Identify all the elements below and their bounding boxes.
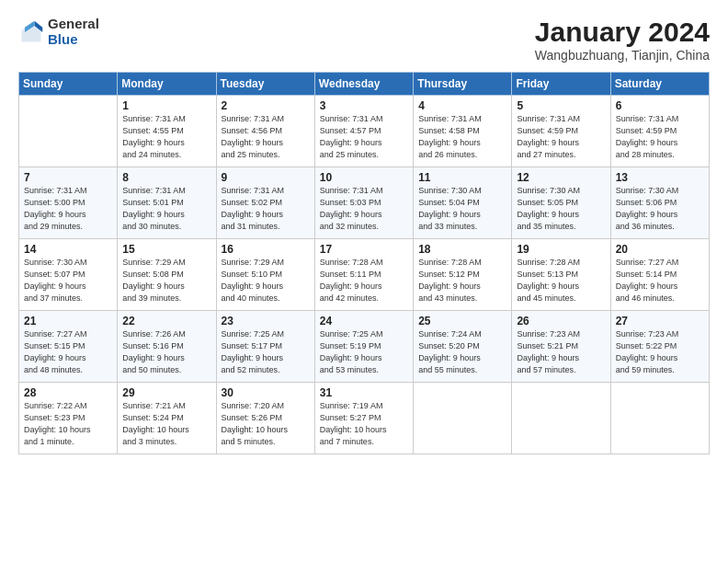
day-number: 24	[320, 315, 408, 327]
day-info: Sunrise: 7:31 AM Sunset: 4:58 PM Dayligh…	[418, 113, 506, 161]
day-info: Sunrise: 7:29 AM Sunset: 5:10 PM Dayligh…	[222, 257, 310, 304]
calendar-table: SundayMondayTuesdayWednesdayThursdayFrid…	[18, 72, 710, 454]
day-cell: 31Sunrise: 7:19 AM Sunset: 5:27 PM Dayli…	[314, 383, 413, 454]
day-cell	[19, 96, 118, 167]
day-cell: 19Sunrise: 7:28 AM Sunset: 5:13 PM Dayli…	[512, 239, 610, 311]
day-info: Sunrise: 7:30 AM Sunset: 5:06 PM Dayligh…	[616, 185, 704, 233]
day-info: Sunrise: 7:31 AM Sunset: 5:02 PM Dayligh…	[222, 185, 310, 233]
day-cell: 16Sunrise: 7:29 AM Sunset: 5:10 PM Dayli…	[216, 239, 314, 311]
day-cell: 15Sunrise: 7:29 AM Sunset: 5:08 PM Dayli…	[118, 239, 216, 311]
header-cell-thursday: Thursday	[414, 73, 512, 96]
day-info: Sunrise: 7:25 AM Sunset: 5:17 PM Dayligh…	[222, 328, 310, 376]
day-cell: 17Sunrise: 7:28 AM Sunset: 5:11 PM Dayli…	[314, 239, 413, 311]
day-info: Sunrise: 7:30 AM Sunset: 5:04 PM Dayligh…	[418, 185, 506, 233]
day-number: 1	[122, 99, 210, 112]
day-info: Sunrise: 7:31 AM Sunset: 5:01 PM Dayligh…	[122, 185, 210, 233]
day-number: 7	[24, 171, 112, 184]
day-cell: 27Sunrise: 7:23 AM Sunset: 5:22 PM Dayli…	[610, 311, 709, 383]
day-number: 28	[24, 386, 112, 399]
day-cell	[414, 383, 512, 454]
title-block: January 2024 Wangbuzhuang, Tianjin, Chin…	[535, 17, 710, 63]
day-info: Sunrise: 7:31 AM Sunset: 4:57 PM Dayligh…	[320, 113, 408, 161]
logo-blue: Blue	[48, 32, 99, 48]
day-info: Sunrise: 7:28 AM Sunset: 5:13 PM Dayligh…	[517, 257, 605, 304]
day-number: 5	[517, 99, 605, 112]
day-cell	[610, 383, 709, 454]
day-cell: 29Sunrise: 7:21 AM Sunset: 5:24 PM Dayli…	[118, 383, 216, 454]
page: General Blue January 2024 Wangbuzhuang, …	[0, 0, 728, 563]
logo-icon	[18, 19, 44, 45]
day-number: 8	[122, 171, 210, 184]
header-cell-monday: Monday	[118, 73, 216, 96]
day-number: 30	[222, 386, 310, 399]
day-info: Sunrise: 7:27 AM Sunset: 5:14 PM Dayligh…	[616, 257, 704, 304]
day-info: Sunrise: 7:31 AM Sunset: 4:59 PM Dayligh…	[616, 113, 704, 161]
day-info: Sunrise: 7:28 AM Sunset: 5:12 PM Dayligh…	[418, 257, 506, 304]
logo-general: General	[48, 17, 99, 32]
day-number: 12	[517, 171, 605, 184]
day-cell: 18Sunrise: 7:28 AM Sunset: 5:12 PM Dayli…	[414, 239, 512, 311]
day-cell: 6Sunrise: 7:31 AM Sunset: 4:59 PM Daylig…	[610, 96, 709, 167]
day-info: Sunrise: 7:28 AM Sunset: 5:11 PM Dayligh…	[320, 257, 408, 304]
day-number: 29	[122, 386, 210, 399]
day-number: 13	[616, 171, 704, 184]
day-number: 27	[616, 315, 704, 327]
week-row-2: 7Sunrise: 7:31 AM Sunset: 5:00 PM Daylig…	[19, 167, 710, 239]
day-cell: 21Sunrise: 7:27 AM Sunset: 5:15 PM Dayli…	[19, 311, 118, 383]
day-cell: 30Sunrise: 7:20 AM Sunset: 5:26 PM Dayli…	[216, 383, 314, 454]
day-number: 22	[122, 315, 210, 327]
day-info: Sunrise: 7:19 AM Sunset: 5:27 PM Dayligh…	[320, 400, 408, 448]
header-cell-sunday: Sunday	[19, 73, 118, 96]
day-cell: 4Sunrise: 7:31 AM Sunset: 4:58 PM Daylig…	[414, 96, 512, 167]
day-number: 16	[222, 243, 310, 256]
header-row: SundayMondayTuesdayWednesdayThursdayFrid…	[19, 73, 710, 96]
day-number: 19	[517, 243, 605, 256]
week-row-4: 21Sunrise: 7:27 AM Sunset: 5:15 PM Dayli…	[19, 311, 710, 383]
day-info: Sunrise: 7:26 AM Sunset: 5:16 PM Dayligh…	[122, 328, 210, 376]
logo: General Blue	[18, 17, 99, 47]
day-info: Sunrise: 7:23 AM Sunset: 5:21 PM Dayligh…	[517, 328, 605, 376]
day-info: Sunrise: 7:29 AM Sunset: 5:08 PM Dayligh…	[122, 257, 210, 304]
day-cell: 25Sunrise: 7:24 AM Sunset: 5:20 PM Dayli…	[414, 311, 512, 383]
header-cell-saturday: Saturday	[610, 73, 709, 96]
day-cell: 7Sunrise: 7:31 AM Sunset: 5:00 PM Daylig…	[19, 167, 118, 239]
header-cell-friday: Friday	[512, 73, 610, 96]
day-number: 6	[616, 99, 704, 112]
day-cell: 2Sunrise: 7:31 AM Sunset: 4:56 PM Daylig…	[216, 96, 314, 167]
day-info: Sunrise: 7:31 AM Sunset: 4:56 PM Dayligh…	[222, 113, 310, 161]
calendar-body: 1Sunrise: 7:31 AM Sunset: 4:55 PM Daylig…	[19, 96, 710, 454]
day-cell: 9Sunrise: 7:31 AM Sunset: 5:02 PM Daylig…	[216, 167, 314, 239]
day-number: 20	[616, 243, 704, 256]
day-cell	[512, 383, 610, 454]
day-info: Sunrise: 7:20 AM Sunset: 5:26 PM Dayligh…	[222, 400, 310, 448]
day-cell: 23Sunrise: 7:25 AM Sunset: 5:17 PM Dayli…	[216, 311, 314, 383]
day-number: 4	[418, 99, 506, 112]
day-cell: 1Sunrise: 7:31 AM Sunset: 4:55 PM Daylig…	[118, 96, 216, 167]
day-info: Sunrise: 7:31 AM Sunset: 4:59 PM Dayligh…	[517, 113, 605, 161]
day-info: Sunrise: 7:27 AM Sunset: 5:15 PM Dayligh…	[24, 328, 112, 376]
header-cell-wednesday: Wednesday	[314, 73, 413, 96]
day-info: Sunrise: 7:30 AM Sunset: 5:05 PM Dayligh…	[517, 185, 605, 233]
day-cell: 12Sunrise: 7:30 AM Sunset: 5:05 PM Dayli…	[512, 167, 610, 239]
day-number: 9	[222, 171, 310, 184]
day-cell: 20Sunrise: 7:27 AM Sunset: 5:14 PM Dayli…	[610, 239, 709, 311]
day-cell: 22Sunrise: 7:26 AM Sunset: 5:16 PM Dayli…	[118, 311, 216, 383]
day-number: 23	[222, 315, 310, 327]
header: General Blue January 2024 Wangbuzhuang, …	[18, 17, 710, 63]
day-info: Sunrise: 7:31 AM Sunset: 5:03 PM Dayligh…	[320, 185, 408, 233]
logo-text: General Blue	[48, 17, 99, 47]
day-number: 21	[24, 315, 112, 327]
week-row-5: 28Sunrise: 7:22 AM Sunset: 5:23 PM Dayli…	[19, 383, 710, 454]
week-row-3: 14Sunrise: 7:30 AM Sunset: 5:07 PM Dayli…	[19, 239, 710, 311]
calendar-header: SundayMondayTuesdayWednesdayThursdayFrid…	[19, 73, 710, 96]
day-cell: 24Sunrise: 7:25 AM Sunset: 5:19 PM Dayli…	[314, 311, 413, 383]
day-info: Sunrise: 7:23 AM Sunset: 5:22 PM Dayligh…	[616, 328, 704, 376]
day-number: 10	[320, 171, 408, 184]
day-number: 11	[418, 171, 506, 184]
day-cell: 11Sunrise: 7:30 AM Sunset: 5:04 PM Dayli…	[414, 167, 512, 239]
day-info: Sunrise: 7:21 AM Sunset: 5:24 PM Dayligh…	[122, 400, 210, 448]
day-info: Sunrise: 7:30 AM Sunset: 5:07 PM Dayligh…	[24, 257, 112, 304]
day-number: 17	[320, 243, 408, 256]
day-number: 15	[122, 243, 210, 256]
day-cell: 8Sunrise: 7:31 AM Sunset: 5:01 PM Daylig…	[118, 167, 216, 239]
